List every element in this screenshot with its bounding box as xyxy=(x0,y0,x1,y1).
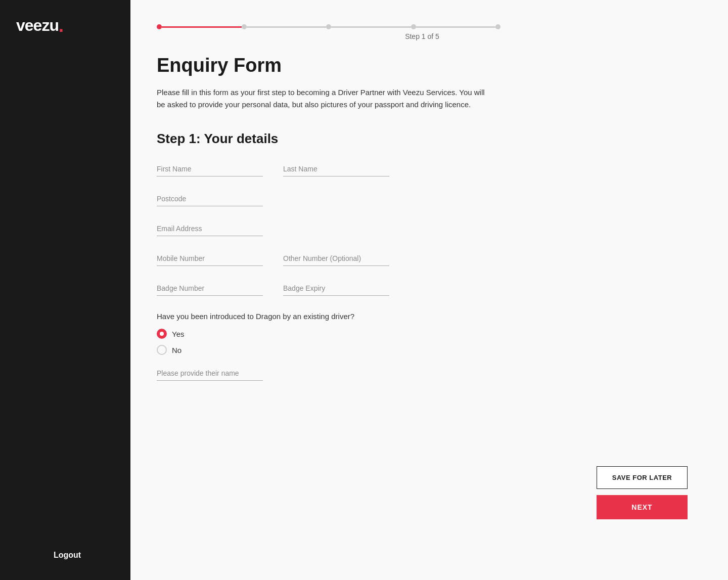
radio-yes[interactable]: Yes xyxy=(157,329,688,339)
other-number-field xyxy=(283,252,389,266)
email-input[interactable] xyxy=(157,222,263,236)
progress-segment-1 xyxy=(162,26,242,28)
badge-number-input[interactable] xyxy=(157,282,263,296)
mobile-field xyxy=(157,252,263,266)
referral-name-field xyxy=(157,367,263,381)
logo-dot: . xyxy=(59,17,64,35)
sidebar: veezu. Logout xyxy=(0,0,130,580)
badge-row xyxy=(157,282,688,296)
radio-no-circle xyxy=(157,345,167,355)
form-title: Enquiry Form xyxy=(157,55,688,76)
referral-row xyxy=(157,367,688,381)
radio-yes-circle xyxy=(157,329,167,339)
logo-text: veezu xyxy=(16,16,59,35)
email-field xyxy=(157,222,263,236)
progress-dot-5 xyxy=(495,24,500,29)
postcode-field xyxy=(157,193,263,206)
last-name-input[interactable] xyxy=(283,163,389,176)
badge-expiry-field xyxy=(283,282,389,296)
action-buttons: SAVE FOR LATER NEXT xyxy=(597,466,688,519)
progress-dot-1 xyxy=(157,24,162,29)
step-subtitle: Step 1: Your details xyxy=(157,131,688,147)
next-button[interactable]: NEXT xyxy=(597,495,688,519)
phone-row xyxy=(157,252,688,266)
radio-question: Have you been introduced to Dragon by an… xyxy=(157,312,688,321)
progress-dot-4 xyxy=(411,24,416,29)
form-description: Please fill in this form as your first s… xyxy=(157,86,485,111)
main-content: Step 1 of 5 Enquiry Form Please fill in … xyxy=(130,0,728,580)
first-name-input[interactable] xyxy=(157,163,263,176)
radio-group: Yes No xyxy=(157,329,688,355)
logout-button[interactable]: Logout xyxy=(16,551,118,560)
save-for-later-button[interactable]: SAVE FOR LATER xyxy=(597,466,688,489)
email-row xyxy=(157,222,688,236)
radio-no-label: No xyxy=(172,346,181,354)
progress-segment-2 xyxy=(247,26,327,28)
postcode-input[interactable] xyxy=(157,193,263,206)
name-row xyxy=(157,163,688,176)
other-number-input[interactable] xyxy=(283,252,389,266)
radio-section: Have you been introduced to Dragon by an… xyxy=(157,312,688,355)
radio-no[interactable]: No xyxy=(157,345,688,355)
postcode-row xyxy=(157,193,688,206)
progress-bar xyxy=(157,24,500,29)
progress-segment-3 xyxy=(331,26,411,28)
mobile-input[interactable] xyxy=(157,252,263,266)
badge-number-field xyxy=(157,282,263,296)
progress-dot-3 xyxy=(326,24,331,29)
last-name-field xyxy=(283,163,389,176)
logo: veezu. xyxy=(16,16,118,35)
step-label: Step 1 of 5 xyxy=(157,32,688,40)
progress-segment-4 xyxy=(416,26,496,28)
referral-name-input[interactable] xyxy=(157,367,263,381)
radio-yes-label: Yes xyxy=(172,330,184,338)
first-name-field xyxy=(157,163,263,176)
progress-dot-2 xyxy=(242,24,247,29)
badge-expiry-input[interactable] xyxy=(283,282,389,296)
